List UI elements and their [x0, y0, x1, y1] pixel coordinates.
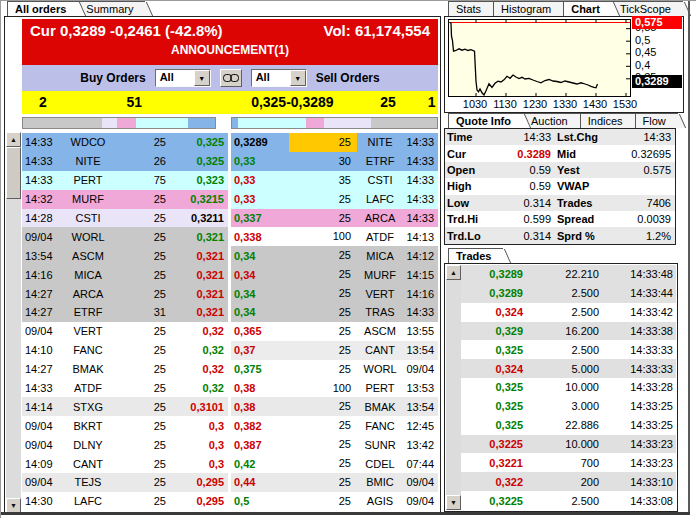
bid-row[interactable]: 14:33 NITE 26 0,325: [22, 152, 228, 171]
bid-time: 14:33: [22, 136, 62, 148]
scrollbar-thumb[interactable]: [6, 147, 21, 199]
order-book-scrollbar[interactable]: ▲ ▼: [6, 132, 21, 513]
trade-row[interactable]: 0,325 22.886 14:33:25: [461, 416, 676, 435]
bid-row[interactable]: 09/04 TEJS 25 0,295: [22, 473, 228, 492]
tab-tickscope[interactable]: TickScope: [612, 1, 683, 16]
trade-row[interactable]: 0,3289 22.210 14:33:48: [461, 265, 676, 284]
tab-quote-info[interactable]: Quote Info: [448, 113, 523, 128]
announcement-banner[interactable]: ANNOUNCEMENT(1): [22, 43, 438, 57]
bid-row[interactable]: 09/04 VERT 25 0,32: [22, 322, 228, 341]
bid-row[interactable]: 13:54 ASCM 25 0,321: [22, 246, 228, 265]
bid-row[interactable]: 14:27 BMAK 25 0,32: [22, 360, 228, 379]
quote-value: 1.2%: [613, 230, 675, 242]
ask-row[interactable]: 0,44 25 BMIC 09/04: [231, 473, 438, 492]
bid-time: 14:27: [22, 306, 62, 318]
bid-row[interactable]: 14:32 MURF 25 0,3215: [22, 190, 228, 209]
scroll-up-icon[interactable]: ▲: [6, 132, 21, 147]
bid-row[interactable]: 09/04 BKRT 25 0,3: [22, 416, 228, 435]
ask-size: 25: [289, 360, 357, 379]
trade-row[interactable]: 0,3221 700 14:33:23: [461, 453, 676, 472]
tab-summary[interactable]: Summary: [78, 1, 145, 16]
ask-row[interactable]: 0,375 25 WORL 09/04: [231, 360, 438, 379]
bid-row[interactable]: 14:33 PERT 75 0,323: [22, 171, 228, 190]
ask-row[interactable]: 0,33 30 ETRF 14:33: [231, 152, 438, 171]
price-chart[interactable]: [448, 19, 631, 97]
bid-price: 0,321: [170, 306, 228, 318]
ask-row[interactable]: 0,42 25 CDEL 07:44: [231, 454, 438, 473]
trade-row[interactable]: 0,3225 2.500 14:33:08: [461, 491, 676, 510]
scroll-down-icon[interactable]: ▼: [6, 498, 21, 513]
ask-time: 14:33: [403, 136, 438, 148]
trade-row[interactable]: 0,322 200 14:33:10: [461, 472, 676, 491]
bid-size: 25: [114, 439, 170, 451]
trade-row[interactable]: 0,329 16.200 14:33:38: [461, 322, 676, 341]
ask-size: 25: [289, 435, 357, 454]
ask-row[interactable]: 0,34 25 TRAS 14:33: [231, 303, 438, 322]
bid-mm-code: ATDF: [62, 382, 114, 394]
tab-histogram[interactable]: Histogram: [493, 1, 563, 16]
bid-row[interactable]: 14:33 WDCO 25 0,325: [22, 133, 228, 152]
ask-row[interactable]: 0,33 25 LAFC 14:33: [231, 190, 438, 209]
bid-size: 25: [114, 420, 170, 432]
tab-chart[interactable]: Chart: [563, 1, 612, 16]
ask-row[interactable]: 0,5 25 AGIS 09/04: [231, 492, 438, 511]
ask-row[interactable]: 0,365 25 ASCM 13:55: [231, 322, 438, 341]
trades-scrollbar[interactable]: ▲ ▼: [446, 265, 461, 510]
bid-depth-bar: [22, 117, 216, 129]
bid-row[interactable]: 14:28 CSTI 25 0,3211: [22, 209, 228, 228]
tab-auction[interactable]: Auction: [523, 113, 580, 128]
ask-row[interactable]: 0,382 25 FANC 12:45: [231, 416, 438, 435]
dropdown-arrow-icon[interactable]: ▼: [290, 70, 306, 86]
ask-row[interactable]: 0,37 25 CANT 13:54: [231, 341, 438, 360]
ask-price: 0,375: [231, 363, 289, 375]
tab-indices[interactable]: Indices: [580, 113, 635, 128]
ask-row[interactable]: 0,34 25 MICA 14:12: [231, 246, 438, 265]
link-filters-button[interactable]: [220, 69, 242, 87]
ask-row[interactable]: 0,387 25 SUNR 13:42: [231, 435, 438, 454]
tab-trades[interactable]: Trades: [448, 248, 503, 263]
ask-row[interactable]: 0,33 35 CSTI 14:33: [231, 171, 438, 190]
bid-row[interactable]: 14:14 STXG 25 0,3101: [22, 397, 228, 416]
depth-segment: [371, 118, 437, 128]
tab-stats[interactable]: Stats: [448, 1, 493, 16]
bid-size: 25: [114, 136, 170, 148]
bid-row[interactable]: 14:10 FANC 25 0,32: [22, 341, 228, 360]
trade-row[interactable]: 0,325 3.000 14:33:25: [461, 397, 676, 416]
ask-mm-code: MICA: [357, 250, 403, 262]
sell-filter-select[interactable]: All ▼: [251, 69, 307, 87]
trade-row[interactable]: 0,3225 10.000 14:33:23: [461, 435, 676, 454]
bid-row[interactable]: 09/04 DLNY 25 0,3: [22, 435, 228, 454]
trade-row[interactable]: 0,324 5.000 14:33:33: [461, 359, 676, 378]
buy-filter-select[interactable]: All ▼: [155, 69, 211, 87]
bid-row[interactable]: 14:27 ARCA 25 0,321: [22, 284, 228, 303]
trade-row[interactable]: 0,3289 2.500 14:33:44: [461, 284, 676, 303]
bid-row[interactable]: 14:30 LAFC 25 0,295: [22, 492, 228, 511]
ask-row[interactable]: 0,38 25 BMAK 13:54: [231, 397, 438, 416]
scroll-down-icon[interactable]: ▼: [446, 495, 461, 510]
trade-row[interactable]: 0,325 2.500 14:33:33: [461, 340, 676, 359]
quote-value: 0.314: [491, 197, 555, 209]
ask-row[interactable]: 0,34 25 VERT 14:16: [231, 284, 438, 303]
ask-row[interactable]: 0,338 100 ATDF 14:13: [231, 227, 438, 246]
bid-row[interactable]: 14:27 ETRF 31 0,321: [22, 303, 228, 322]
quote-value: 0.0039: [613, 213, 675, 225]
scroll-up-icon[interactable]: ▲: [446, 265, 461, 280]
ask-time: 07:44: [403, 458, 438, 470]
ask-row[interactable]: 0,38 100 PERT 13:53: [231, 379, 438, 398]
bid-row[interactable]: 09/04 WORL 25 0,321: [22, 227, 228, 246]
bid-row[interactable]: 14:09 CANT 25 0,3: [22, 454, 228, 473]
ask-mm-code: CDEL: [357, 458, 403, 470]
bid-mm-code: ASCM: [62, 250, 114, 262]
bid-size: 25: [114, 458, 170, 470]
ask-row[interactable]: 0,34 25 MURF 14:15: [231, 265, 438, 284]
bid-row[interactable]: 14:16 MICA 25 0,321: [22, 265, 228, 284]
ask-row[interactable]: 0,337 25 ARCA 14:33: [231, 209, 438, 228]
tab-all-orders[interactable]: All orders: [7, 1, 78, 16]
ask-row[interactable]: 0,3289 25 NITE 14:33: [231, 133, 438, 152]
bid-price: 0,32: [170, 382, 228, 394]
dropdown-arrow-icon[interactable]: ▼: [194, 70, 210, 86]
bid-row[interactable]: 14:33 ATDF 25 0,32: [22, 379, 228, 398]
trade-row[interactable]: 0,324 2.500 14:33:42: [461, 303, 676, 322]
tab-flow[interactable]: Flow: [635, 113, 678, 128]
trade-row[interactable]: 0,325 10.000 14:33:28: [461, 378, 676, 397]
